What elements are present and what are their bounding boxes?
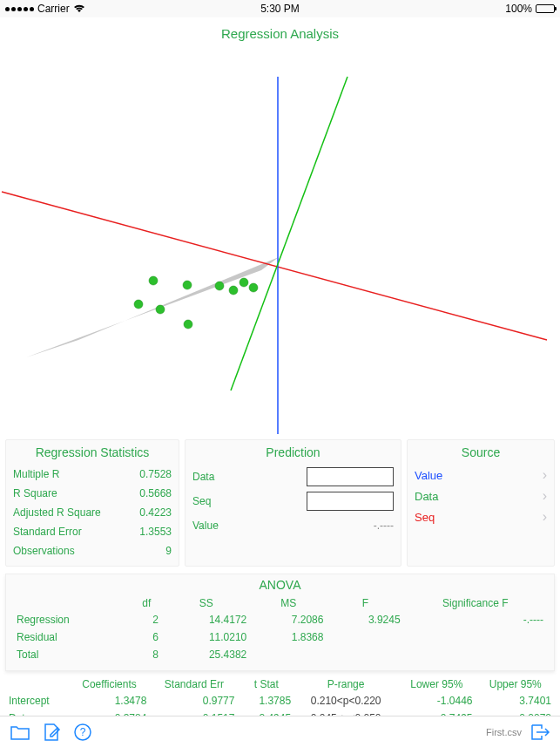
coef-header: Coefficients: [69, 676, 151, 692]
anova-header: F: [327, 595, 403, 611]
battery-pct-label: 100%: [505, 3, 532, 15]
chart-svg: [0, 17, 560, 436]
chart-title: Regression Analysis: [221, 26, 339, 41]
svg-point-6: [215, 282, 224, 290]
svg-point-9: [249, 283, 258, 292]
source-label: Value: [415, 469, 543, 482]
carrier-label: Carrier: [37, 3, 70, 15]
coef-header: Lower 95%: [397, 676, 476, 692]
source-title: Source: [415, 445, 547, 459]
seq-axis-line: [2, 192, 547, 340]
coef-header: P-range: [294, 676, 397, 692]
regression-chart[interactable]: Regression Analysis: [0, 17, 560, 436]
chevron-right-icon: ›: [543, 509, 547, 525]
pred-data-label: Data: [192, 471, 245, 483]
stat-value: 0.5668: [139, 487, 172, 499]
anova-header: SS: [162, 595, 250, 611]
svg-point-1: [134, 300, 143, 309]
stat-label: Standard Error: [13, 526, 82, 538]
coef-header: Standard Err: [150, 676, 238, 692]
anova-header: df: [131, 595, 162, 611]
stat-row: R Square0.5668: [13, 484, 172, 503]
svg-text:?: ?: [80, 726, 86, 738]
anova-title: ANOVA: [13, 578, 547, 592]
pred-data-input[interactable]: [307, 467, 394, 486]
pred-seq-input[interactable]: [307, 492, 394, 511]
data-points: [134, 276, 258, 329]
svg-point-4: [183, 281, 192, 289]
anova-row: Regression214.41727.20863.9245-.----: [13, 611, 547, 628]
stats-title: Regression Statistics: [13, 445, 172, 459]
battery-icon: [536, 4, 555, 13]
export-button[interactable]: [529, 721, 551, 744]
coef-header: t Stat: [238, 676, 294, 692]
stat-value: 0.7528: [139, 468, 172, 480]
pred-value-label: Value: [192, 520, 245, 532]
source-row-value[interactable]: Value›: [415, 465, 547, 486]
stat-row: Multiple R0.7528: [13, 465, 172, 484]
chevron-right-icon: ›: [543, 467, 547, 483]
source-label: Data: [415, 490, 543, 503]
svg-point-2: [149, 276, 158, 285]
prediction-panel: Prediction Data Seq Value -.----: [185, 439, 401, 567]
prediction-title: Prediction: [192, 445, 394, 459]
stat-value: 9: [165, 545, 172, 557]
edit-file-button[interactable]: [40, 721, 63, 744]
coef-header: [5, 676, 69, 692]
anova-panel: ANOVA dfSSMSFSignificance F Regression21…: [5, 574, 555, 671]
stat-label: R Square: [13, 487, 57, 499]
anova-row: Total825.4382: [13, 646, 547, 663]
stat-value: 0.4223: [139, 506, 172, 519]
pred-value-result: -.----: [374, 520, 394, 532]
anova-header: Significance F: [404, 595, 547, 611]
wifi-icon: [73, 4, 85, 13]
clock-label: 5:30 PM: [260, 3, 300, 15]
stat-row: Standard Error1.3553: [13, 522, 172, 541]
stat-label: Multiple R: [13, 468, 59, 480]
source-panel: Source Value›Data›Seq›: [407, 439, 555, 567]
stat-value: 1.3553: [139, 526, 172, 538]
svg-marker-0: [26, 257, 279, 357]
filename-label: First.csv: [486, 727, 522, 737]
anova-header: [13, 595, 131, 611]
bottom-toolbar: ? First.csv: [0, 716, 560, 747]
svg-point-5: [184, 320, 192, 329]
source-row-seq[interactable]: Seq›: [415, 506, 547, 527]
source-label: Seq: [415, 511, 543, 524]
status-bar: Carrier 5:30 PM 100%: [0, 0, 560, 17]
data-axis-line: [231, 77, 347, 390]
coef-row: Intercept1.34780.97771.37850.210<p<0.220…: [5, 692, 555, 710]
svg-point-8: [240, 278, 248, 287]
stat-label: Observations: [13, 545, 75, 557]
stat-row: Observations9: [13, 541, 172, 560]
svg-point-7: [229, 286, 238, 295]
chevron-right-icon: ›: [543, 488, 547, 504]
anova-row: Residual611.02101.8368: [13, 628, 547, 646]
anova-table: dfSSMSFSignificance F Regression214.4172…: [13, 595, 547, 663]
signal-dots-icon: [5, 7, 34, 11]
pred-seq-label: Seq: [192, 495, 245, 507]
anova-header: MS: [250, 595, 327, 611]
coef-header: Upper 95%: [476, 676, 556, 692]
stat-label: Adjusted R Square: [13, 506, 101, 519]
stat-row: Adjusted R Square0.4223: [13, 503, 172, 522]
regression-stats-panel: Regression Statistics Multiple R0.7528R …: [5, 439, 179, 567]
open-folder-button[interactable]: [9, 721, 31, 744]
source-row-data[interactable]: Data›: [415, 486, 547, 506]
svg-point-3: [156, 305, 165, 314]
help-button[interactable]: ?: [71, 721, 94, 744]
